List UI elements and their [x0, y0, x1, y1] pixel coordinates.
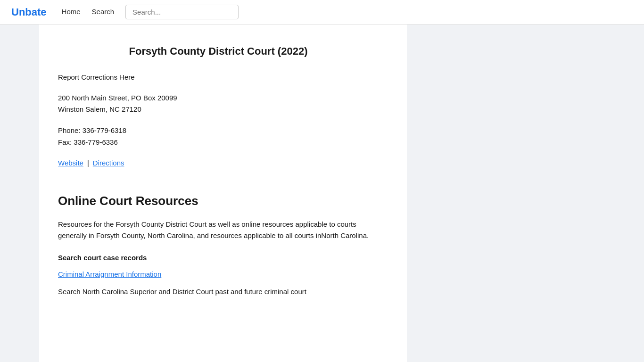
- navbar: Unbate Home Search: [0, 0, 644, 25]
- fax-line: Fax: 336-779-6336: [58, 136, 379, 148]
- brand-logo[interactable]: Unbate: [11, 4, 47, 20]
- address-line1: 200 North Main Street, PO Box 20099: [58, 92, 379, 104]
- resources-description: Resources for the Forsyth County Distric…: [58, 219, 379, 241]
- directions-link[interactable]: Directions: [93, 158, 124, 169]
- criminal-arraignment-link[interactable]: Criminal Arraignment Information: [58, 269, 379, 280]
- nav-search[interactable]: Search: [92, 7, 115, 17]
- address-line2: Winston Salem, NC 27120: [58, 104, 379, 115]
- sidebar-left: [0, 25, 39, 362]
- links-row: Website | Directions: [58, 158, 379, 169]
- nav-links: Home Search: [62, 7, 115, 17]
- address-block: 200 North Main Street, PO Box 20099 Wins…: [58, 92, 379, 115]
- main-content: Forsyth County District Court (2022) Rep…: [39, 25, 407, 362]
- court-title: Forsyth County District Court (2022): [58, 43, 379, 59]
- nav-home[interactable]: Home: [62, 7, 81, 17]
- sidebar-right: [407, 25, 644, 362]
- phone-line: Phone: 336-779-6318: [58, 124, 379, 137]
- website-link[interactable]: Website: [58, 158, 83, 169]
- search-input[interactable]: [125, 5, 239, 19]
- contact-block: Phone: 336-779-6318 Fax: 336-779-6336: [58, 124, 379, 148]
- page-layout: Forsyth County District Court (2022) Rep…: [0, 25, 644, 362]
- search-records-subheading: Search court case records: [58, 253, 379, 263]
- online-resources-heading: Online Court Resources: [58, 192, 379, 210]
- footer-text: Search North Carolina Superior and Distr…: [58, 286, 379, 297]
- pipe-separator: |: [87, 158, 89, 169]
- corrections-link[interactable]: Report Corrections Here: [58, 72, 379, 83]
